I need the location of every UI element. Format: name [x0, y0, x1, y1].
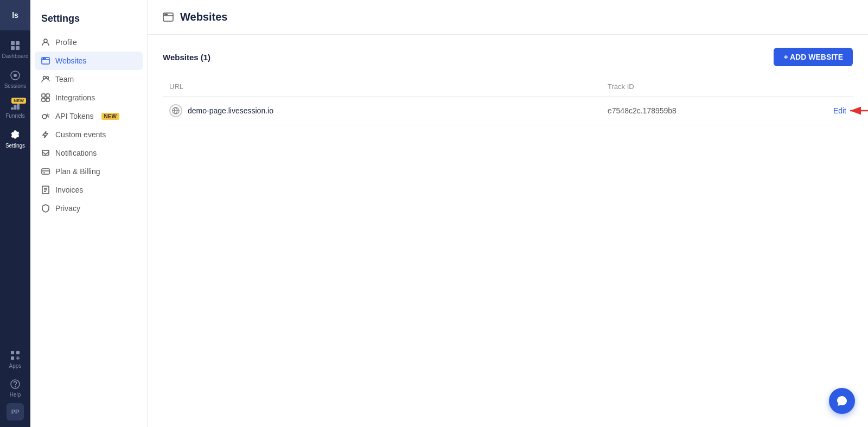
svg-rect-11	[11, 356, 14, 360]
svg-rect-7	[14, 105, 17, 110]
settings-sidebar: Settings Profile Websites	[30, 0, 148, 427]
sidebar-item-websites[interactable]: Websites	[35, 52, 143, 70]
svg-point-13	[15, 386, 16, 387]
main-content: Websites Websites (1) + ADD WEBSITE URL …	[148, 0, 868, 427]
api-tokens-badge: NEW	[101, 113, 119, 120]
funnels-new-badge: NEW	[11, 98, 26, 104]
dashboard-icon	[10, 40, 21, 51]
websites-header: Websites (1) + ADD WEBSITE	[163, 48, 853, 66]
svg-rect-26	[42, 169, 49, 174]
svg-rect-1	[16, 41, 20, 45]
sidebar-item-plan-billing[interactable]: Plan & Billing	[35, 162, 143, 181]
sidebar-menu: Profile Websites Team	[30, 33, 147, 218]
sidebar-item-team[interactable]: Team	[35, 70, 143, 88]
websites-count: Websites (1)	[163, 53, 210, 62]
page-header: Websites	[148, 0, 868, 35]
svg-point-5	[14, 74, 17, 77]
team-icon	[41, 75, 50, 84]
sidebar-item-privacy[interactable]: Privacy	[35, 199, 143, 218]
user-avatar[interactable]: PP	[7, 403, 24, 420]
invoices-icon	[41, 186, 50, 194]
api-tokens-icon	[41, 112, 50, 120]
chat-icon	[836, 395, 848, 407]
svg-rect-6	[11, 107, 14, 110]
profile-icon	[41, 38, 50, 47]
svg-rect-0	[11, 41, 15, 45]
notifications-icon	[41, 149, 50, 157]
main-body: Websites (1) + ADD WEBSITE URL Track ID …	[148, 35, 868, 427]
plan-billing-icon	[41, 167, 50, 176]
sidebar-item-custom-events[interactable]: Custom events	[35, 125, 143, 144]
page-title: Websites	[180, 11, 227, 23]
page-header-icon	[163, 12, 174, 23]
row-actions: Edit	[781, 106, 846, 116]
svg-rect-9	[11, 351, 14, 354]
svg-rect-23	[46, 98, 49, 101]
svg-rect-2	[11, 46, 15, 50]
svg-point-14	[44, 39, 47, 42]
sidebar-item-invoices[interactable]: Invoices	[35, 181, 143, 199]
col-header-url: URL	[169, 82, 608, 91]
add-website-button[interactable]: + ADD WEBSITE	[774, 48, 853, 66]
svg-point-19	[47, 77, 49, 79]
svg-point-17	[44, 58, 46, 59]
websites-icon	[41, 56, 50, 65]
svg-point-24	[42, 114, 47, 119]
website-url: demo-page.livesession.io	[188, 106, 273, 115]
svg-rect-3	[16, 46, 20, 50]
table-header: URL Track ID	[163, 77, 853, 97]
nav-item-apps[interactable]: Apps	[0, 346, 30, 373]
table-row: demo-page.livesession.io e7548c2c.178959…	[163, 97, 853, 125]
help-icon	[10, 379, 21, 390]
svg-rect-20	[42, 94, 45, 97]
nav-item-dashboard[interactable]: Dashboard	[0, 35, 30, 65]
sessions-icon	[10, 70, 21, 81]
privacy-icon	[41, 204, 50, 213]
annotation-arrow	[844, 103, 868, 118]
nav-item-help[interactable]: Help	[0, 374, 30, 402]
sidebar-item-notifications[interactable]: Notifications	[35, 144, 143, 162]
sidebar-item-integrations[interactable]: Integrations	[35, 88, 143, 107]
custom-events-icon	[41, 130, 50, 139]
icon-nav: ls Dashboard Sessions	[0, 0, 30, 427]
nav-item-settings[interactable]: Settings	[0, 124, 30, 154]
svg-point-16	[43, 58, 44, 59]
chat-button[interactable]	[829, 388, 855, 414]
svg-point-30	[167, 14, 168, 15]
sidebar-title: Settings	[30, 9, 147, 33]
col-header-trackid: Track ID	[608, 82, 781, 91]
sidebar-item-api-tokens[interactable]: API Tokens NEW	[35, 107, 143, 125]
url-cell: demo-page.livesession.io	[169, 104, 608, 117]
svg-point-29	[165, 14, 166, 15]
svg-rect-22	[42, 98, 45, 101]
integrations-icon	[41, 93, 50, 102]
nav-item-sessions[interactable]: Sessions	[0, 65, 30, 94]
app-logo: ls	[0, 0, 30, 30]
svg-point-18	[43, 77, 46, 79]
apps-icon	[10, 350, 21, 361]
sidebar-item-profile[interactable]: Profile	[35, 33, 143, 52]
svg-rect-21	[46, 94, 49, 97]
track-id-cell: e7548c2c.178959b8	[608, 106, 781, 115]
settings-icon	[10, 130, 21, 141]
nav-item-funnels[interactable]: Funnels NEW	[0, 94, 30, 124]
website-globe-icon	[169, 104, 182, 117]
svg-rect-10	[16, 351, 20, 354]
